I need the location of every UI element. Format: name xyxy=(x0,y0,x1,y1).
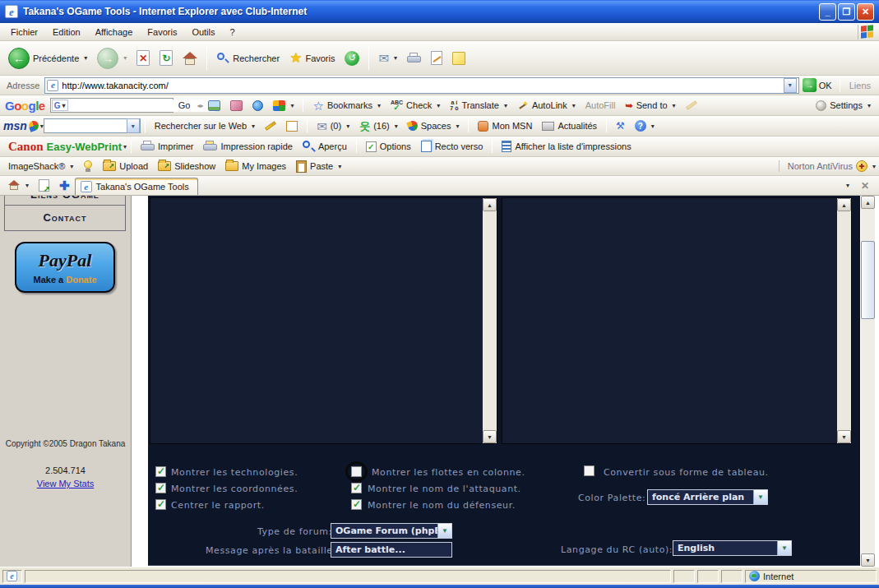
checkbox-nom-defenseur[interactable]: ✓ xyxy=(351,499,362,510)
form-fill-button[interactable] xyxy=(281,118,303,134)
tip-button[interactable] xyxy=(78,158,98,175)
print-button[interactable] xyxy=(402,50,426,67)
menu-affichage[interactable]: Affichage xyxy=(88,25,141,39)
msn-search-input[interactable] xyxy=(44,120,127,132)
msn-help-button[interactable]: ?▾ xyxy=(630,118,659,134)
checkbox-technologies[interactable]: ✓ xyxy=(155,466,166,477)
window-scroll-thumb[interactable] xyxy=(861,241,875,319)
easy-webprint-menu[interactable]: Easy-WebPrint xyxy=(47,141,123,153)
collapse-handle-icon[interactable]: ◂▸ xyxy=(197,102,203,109)
spellcheck-button[interactable]: ABC✓Check▾ xyxy=(386,97,445,114)
checkbox-flottes-colonne[interactable]: ✓ xyxy=(351,466,362,477)
language-dropdown-icon[interactable]: ▼ xyxy=(777,541,791,555)
mail-caret-icon[interactable]: ▾ xyxy=(394,54,397,62)
sidebar-item-contact[interactable]: Contact xyxy=(5,205,125,230)
quick-home-button[interactable]: ▾ xyxy=(3,178,34,193)
menu-outils[interactable]: Outils xyxy=(184,25,222,39)
window-scroll-down-icon[interactable]: ▼ xyxy=(861,553,875,567)
hotmail-button[interactable]: ✉(0)▾ xyxy=(312,118,354,135)
norton-caret-icon[interactable]: ▾ xyxy=(872,163,876,170)
notes-button[interactable] xyxy=(447,49,470,67)
forward-button[interactable]: → ▾ xyxy=(92,45,132,72)
home-button[interactable] xyxy=(178,49,202,67)
google-go-button[interactable]: Go xyxy=(173,98,196,113)
go-button[interactable]: → OK xyxy=(803,78,832,92)
google-search-box[interactable]: G ▾ xyxy=(50,98,173,113)
my-images-button[interactable]: My Images xyxy=(220,159,291,174)
google-earth-button[interactable] xyxy=(248,98,268,113)
view-my-stats-link[interactable]: View My Stats xyxy=(37,479,95,488)
maximize-button[interactable]: ❐ xyxy=(838,3,855,21)
translate-button[interactable]: a í7 òTranslate▾ xyxy=(445,97,512,113)
forum-type-select[interactable]: OGame Forum (phpBB) ▼ xyxy=(331,523,452,539)
google-picasa-button[interactable]: ▾ xyxy=(268,98,298,113)
google-photos-button[interactable] xyxy=(203,98,225,113)
minimize-button[interactable]: _ xyxy=(819,3,836,21)
open-window-button[interactable] xyxy=(34,177,54,194)
language-select[interactable]: English ▼ xyxy=(673,540,792,556)
checkbox-coordonnees[interactable]: ✓ xyxy=(155,483,166,493)
menu-aide[interactable]: ? xyxy=(223,25,243,39)
norton-antivirus-area[interactable]: Norton AntiVirus ✚ ▾ xyxy=(779,160,876,172)
refresh-button[interactable]: ↻ xyxy=(155,48,178,68)
messenger-button[interactable]: 웃(16)▾ xyxy=(354,118,403,134)
scroll-down-icon[interactable]: ▼ xyxy=(483,430,497,443)
checkbox-nom-attaquant[interactable]: ✓ xyxy=(351,483,362,493)
mail-button[interactable]: ✉ ▾ xyxy=(373,49,402,67)
google-settings-button[interactable]: Settings▾ xyxy=(811,98,876,113)
raw-report-textarea[interactable]: ▲ ▼ xyxy=(150,197,497,444)
links-button[interactable]: Liens xyxy=(844,78,876,93)
back-caret-icon[interactable]: ▾ xyxy=(84,54,87,62)
favorites-button[interactable]: ★ Favoris xyxy=(285,49,340,67)
menu-favoris[interactable]: Favoris xyxy=(140,25,184,39)
window-scroll-up-icon[interactable]: ▲ xyxy=(861,196,875,209)
print-list-button[interactable]: Afficher la liste d'impressions xyxy=(497,138,636,155)
pane2-scrollbar[interactable]: ▲ ▼ xyxy=(837,198,851,443)
slideshow-button[interactable]: ➚Slideshow xyxy=(153,159,220,174)
back-button[interactable]: ← Précédente ▾ xyxy=(3,45,92,72)
stop-button[interactable]: ✕ xyxy=(132,48,155,68)
history-button[interactable]: ↺ xyxy=(340,49,364,68)
msn-tools-button[interactable]: ⚒ xyxy=(611,118,630,134)
google-g-icon[interactable]: G ▾ xyxy=(52,100,68,111)
tab-close-icon[interactable]: ✕ xyxy=(861,180,869,192)
menu-fichier[interactable]: Fichier xyxy=(3,25,45,39)
tab-list-caret-icon[interactable]: ▾ xyxy=(846,182,849,189)
checkbox-centrer[interactable]: ✓ xyxy=(155,499,166,510)
duplex-button[interactable]: Recto verso xyxy=(416,138,488,155)
address-input[interactable] xyxy=(62,81,783,90)
news-button[interactable]: Actualités xyxy=(537,118,602,133)
highlighter-button[interactable] xyxy=(260,122,281,130)
close-button[interactable]: ✕ xyxy=(857,3,874,21)
upload-button[interactable]: ➚Upload xyxy=(98,159,153,174)
paypal-donate-button[interactable]: PayPal Make a Donate xyxy=(15,242,115,293)
msn-logo[interactable]: msn xyxy=(3,119,27,132)
address-dropdown-icon[interactable]: ▼ xyxy=(784,78,797,93)
menu-edition[interactable]: Edition xyxy=(45,25,88,39)
scroll-up-icon[interactable]: ▲ xyxy=(837,198,851,211)
search-button[interactable]: Rechercher xyxy=(211,49,285,67)
paste-caret-icon[interactable]: ▾ xyxy=(338,163,341,170)
imageshack-menu[interactable]: ImageShack®▾ xyxy=(3,159,78,174)
msn-websearch-button[interactable]: Rechercher sur le Web▾ xyxy=(150,118,260,133)
scroll-down-icon[interactable]: ▼ xyxy=(837,430,851,443)
paste-button[interactable]: Paste▾ xyxy=(291,158,346,175)
spaces-button[interactable]: Spaces▾ xyxy=(403,118,465,133)
msn-search-box[interactable]: ▼ xyxy=(44,118,141,133)
quick-print-button[interactable]: Impression rapide xyxy=(198,138,297,155)
sidebar-item-liens-ogame[interactable]: Liens OGame xyxy=(5,196,125,205)
window-scrollbar[interactable]: ▲ ▼ xyxy=(861,196,875,567)
quick-home-caret-icon[interactable]: ▾ xyxy=(25,182,29,189)
canon-print-button[interactable]: Imprimer xyxy=(136,138,198,155)
color-palette-dropdown-icon[interactable]: ▼ xyxy=(753,490,767,504)
sendto-button[interactable]: ➥Send to▾ xyxy=(620,98,680,113)
color-palette-select[interactable]: foncé Arrière plan ▼ xyxy=(647,489,768,505)
edit-button[interactable] xyxy=(426,49,447,67)
msn-search-dropdown-icon[interactable]: ▼ xyxy=(127,118,140,133)
autolink-button[interactable]: ✦AutoLink▾ xyxy=(512,97,581,113)
scroll-up-icon[interactable]: ▲ xyxy=(483,198,497,211)
my-msn-button[interactable]: Mon MSN xyxy=(473,118,537,134)
checkbox-convertir-tableau[interactable]: ✓ xyxy=(584,465,594,476)
active-tab[interactable]: e Takana's OGame Tools xyxy=(75,178,198,195)
after-battle-input[interactable]: After battle... xyxy=(331,542,452,558)
